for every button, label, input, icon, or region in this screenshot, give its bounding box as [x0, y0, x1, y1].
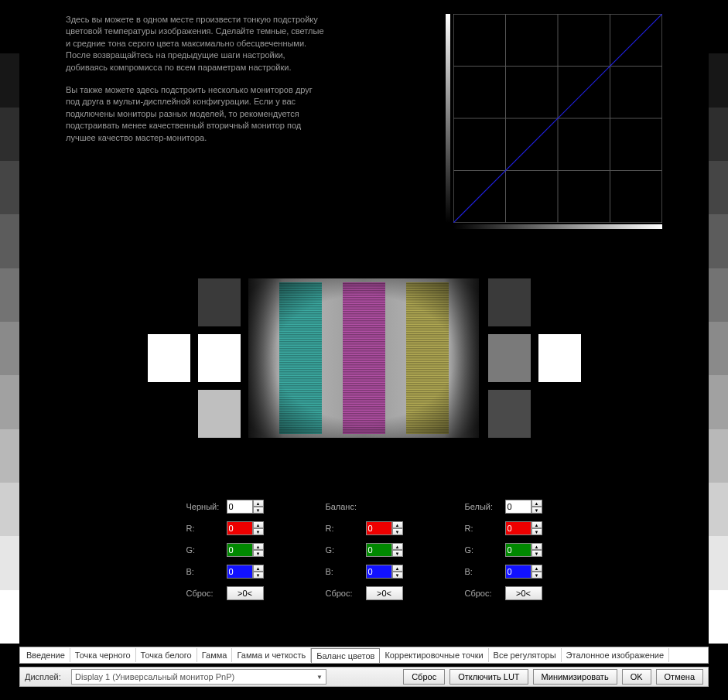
- col1-g-up[interactable]: ▲: [392, 543, 403, 550]
- col2-r-spinner: ▲▼: [505, 521, 542, 535]
- col2-g-input[interactable]: [505, 543, 531, 557]
- col1-r-down[interactable]: ▼: [392, 528, 403, 535]
- col0-title-down[interactable]: ▼: [253, 507, 264, 514]
- col1-g-label: G:: [326, 545, 366, 555]
- col2-b-down[interactable]: ▼: [531, 572, 542, 579]
- tab-6[interactable]: Корректировочные точки: [380, 648, 488, 662]
- swatch-right-mid: [488, 334, 531, 382]
- col0-title-spinner: ▲▼: [227, 500, 264, 514]
- col0-title-input[interactable]: [227, 500, 253, 514]
- ok-button[interactable]: OK: [622, 669, 651, 685]
- col0-title-up[interactable]: ▲: [253, 500, 264, 507]
- col0-b-label: B:: [186, 567, 227, 576]
- col0-r-down[interactable]: ▼: [253, 528, 264, 535]
- col2-title-up[interactable]: ▲: [531, 500, 542, 507]
- tab-5[interactable]: Баланс цветов: [311, 648, 380, 663]
- col1-title-label: Баланс:: [326, 502, 366, 511]
- cancel-button[interactable]: Отмена: [656, 669, 703, 685]
- col1-b-up[interactable]: ▲: [392, 565, 403, 572]
- col2-g-label: G:: [465, 545, 505, 555]
- col1-b-label: B:: [326, 567, 366, 576]
- col2-title-down[interactable]: ▼: [531, 507, 542, 514]
- display-select-value: Display 1 (Универсальный монитор PnP): [75, 672, 234, 681]
- tab-7[interactable]: Все регуляторы: [489, 648, 562, 662]
- control-column-2: Белый:▲▼R:▲▼G:▲▼B:▲▼Сброс:>0<: [465, 499, 542, 601]
- col0-g-up[interactable]: ▲: [253, 543, 264, 550]
- col2-r-down[interactable]: ▼: [531, 528, 542, 535]
- col2-r-input[interactable]: [505, 521, 531, 535]
- col1-b-input[interactable]: [366, 565, 392, 579]
- control-column-0: Черный:▲▼R:▲▼G:▲▼B:▲▼Сброс:>0<: [186, 499, 264, 601]
- col0-reset-label: Сброс:: [186, 589, 227, 598]
- grayscale-strip-left: [0, 0, 19, 644]
- tab-2[interactable]: Точка белого: [136, 648, 197, 662]
- col1-r-input[interactable]: [366, 521, 392, 535]
- col0-r-up[interactable]: ▲: [253, 521, 264, 528]
- col2-reset-label: Сброс:: [465, 589, 505, 598]
- display-label: Дисплей:: [25, 672, 67, 681]
- description-p1: Здесь вы можете в одном месте произвести…: [66, 14, 329, 73]
- tab-4[interactable]: Гамма и четкость: [232, 648, 311, 662]
- col0-g-spinner: ▲▼: [227, 543, 264, 557]
- col2-r-up[interactable]: ▲: [531, 521, 542, 528]
- swatch-left-bot: [198, 390, 241, 438]
- description-text: Здесь вы можете в одном месте произвести…: [66, 14, 329, 155]
- col2-reset-button[interactable]: >0<: [505, 586, 542, 600]
- swatch-right-top: [488, 278, 531, 326]
- gradient-y-axis: [446, 14, 450, 223]
- description-p2: Вы также можете здесь подстроить несколь…: [66, 84, 329, 144]
- col0-r-spinner: ▲▼: [227, 521, 264, 535]
- tab-3[interactable]: Гамма: [197, 648, 233, 662]
- col0-g-down[interactable]: ▼: [253, 550, 264, 557]
- chevron-down-icon: ▼: [316, 674, 323, 681]
- col2-g-down[interactable]: ▼: [531, 550, 542, 557]
- col1-g-spinner: ▲▼: [366, 543, 403, 557]
- col1-g-down[interactable]: ▼: [392, 550, 403, 557]
- col2-b-up[interactable]: ▲: [531, 565, 542, 572]
- col2-b-input[interactable]: [505, 565, 531, 579]
- col0-b-down[interactable]: ▼: [253, 572, 264, 579]
- col2-b-spinner: ▲▼: [505, 565, 542, 579]
- col2-title-spinner: ▲▼: [505, 500, 542, 514]
- swatch-left-top: [198, 278, 241, 326]
- svg-rect-18: [248, 278, 479, 438]
- col1-b-down[interactable]: ▼: [392, 572, 403, 579]
- col2-g-spinner: ▲▼: [505, 543, 542, 557]
- col2-b-label: B:: [465, 567, 505, 576]
- gradient-x-axis: [453, 224, 662, 229]
- col1-reset-label: Сброс:: [326, 589, 366, 598]
- main-area: Здесь вы можете в одном месте произвести…: [19, 0, 709, 644]
- col2-title-input[interactable]: [505, 500, 531, 514]
- disable-lut-button[interactable]: Отключить LUT: [449, 669, 528, 685]
- grayscale-strip-right: [709, 0, 728, 644]
- col1-reset-button[interactable]: >0<: [366, 586, 403, 600]
- tab-0[interactable]: Введение: [22, 648, 70, 662]
- tab-8[interactable]: Эталонное изображение: [562, 648, 670, 662]
- color-strips: [248, 278, 479, 438]
- col0-reset-button[interactable]: >0<: [227, 586, 264, 600]
- color-test-panel: [156, 278, 573, 438]
- col1-r-spinner: ▲▼: [366, 521, 403, 535]
- col0-g-input[interactable]: [227, 543, 253, 557]
- col0-b-input[interactable]: [227, 565, 253, 579]
- col0-b-up[interactable]: ▲: [253, 565, 264, 572]
- swatch-right-bot: [488, 390, 531, 438]
- swatch-left-mid: [198, 334, 241, 382]
- reset-button[interactable]: Сброс: [403, 669, 445, 685]
- tab-1[interactable]: Точка черного: [70, 648, 136, 662]
- col0-b-spinner: ▲▼: [227, 565, 264, 579]
- display-select[interactable]: Display 1 (Универсальный монитор PnP) ▼: [71, 669, 326, 685]
- minimize-button[interactable]: Минимизировать: [533, 669, 617, 685]
- col2-r-label: R:: [465, 524, 505, 533]
- col1-r-up[interactable]: ▲: [392, 521, 403, 528]
- curve-graph: [453, 14, 662, 223]
- col0-g-label: G:: [186, 545, 227, 555]
- col2-title-label: Белый:: [465, 502, 505, 511]
- bottom-toolbar: Дисплей: Display 1 (Универсальный монито…: [19, 667, 709, 687]
- col0-r-label: R:: [186, 524, 227, 533]
- col0-r-input[interactable]: [227, 521, 253, 535]
- swatch-far-left: [148, 334, 190, 382]
- col1-b-spinner: ▲▼: [366, 565, 403, 579]
- col1-g-input[interactable]: [366, 543, 392, 557]
- col2-g-up[interactable]: ▲: [531, 543, 542, 550]
